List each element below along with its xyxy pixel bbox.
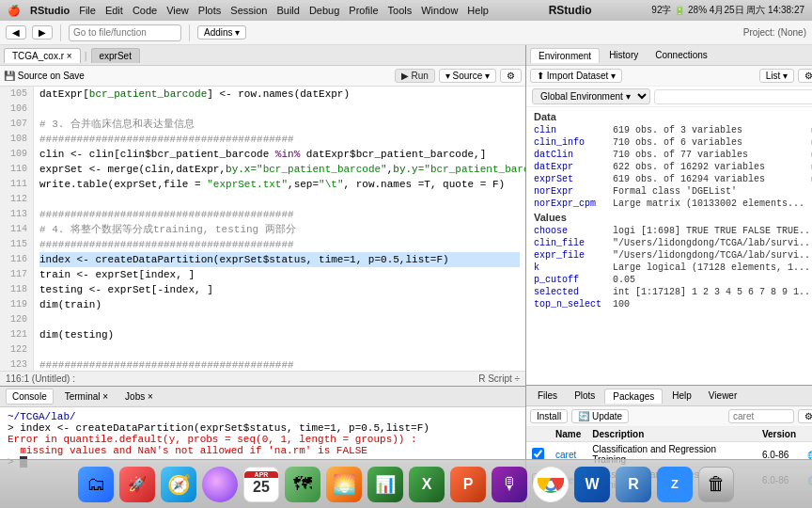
run-button[interactable]: ▶ Run bbox=[395, 69, 435, 83]
env-item-k[interactable]: k Large logical (17128 elements, 1... bbox=[530, 262, 812, 274]
env-item-norexpr-cpm[interactable]: norExpr_cpm Large matrix (10133002 eleme… bbox=[530, 198, 812, 210]
dock-safari-icon[interactable]: 🧭 bbox=[161, 467, 196, 502]
menu-help[interactable]: Help bbox=[467, 5, 489, 16]
code-line bbox=[39, 312, 520, 327]
files-tab-files[interactable]: Files bbox=[530, 389, 565, 403]
env-item-selected[interactable]: selected int [1:17128] 1 2 3 4 5 6 7 8 9… bbox=[530, 286, 812, 298]
dock-trash-icon[interactable]: 🗑 bbox=[698, 467, 734, 502]
dock-chrome-icon[interactable] bbox=[533, 467, 569, 502]
menu-view[interactable]: View bbox=[166, 5, 189, 16]
line-num: 106 bbox=[6, 102, 27, 117]
code-line: # 3. 合并临床信息和表达量信息 bbox=[39, 117, 520, 132]
list-view-button[interactable]: List ▾ bbox=[759, 69, 794, 83]
code-line: train <- exprSet[index, ] bbox=[39, 267, 520, 282]
line-num: 121 bbox=[6, 327, 27, 342]
update-button[interactable]: 🔄 Update bbox=[571, 409, 629, 423]
console-tab-jobs[interactable]: Jobs × bbox=[119, 389, 159, 404]
line-num: 120 bbox=[6, 312, 27, 327]
env-tab-environment[interactable]: Environment bbox=[530, 48, 600, 63]
menu-edit[interactable]: Edit bbox=[105, 5, 123, 16]
dock-excel-icon[interactable]: X bbox=[409, 467, 445, 502]
line-num: 116 bbox=[6, 252, 27, 267]
code-line: dim(testing) bbox=[39, 327, 520, 342]
dock-maps-icon[interactable]: 🗺 bbox=[285, 467, 320, 502]
menu-window[interactable]: Window bbox=[421, 5, 458, 16]
dock-zoom-icon[interactable]: Z bbox=[657, 467, 693, 502]
env-item-topnselect[interactable]: top_n_select 100 bbox=[530, 298, 812, 310]
goto-input[interactable] bbox=[69, 24, 181, 41]
dock-photos-icon[interactable]: 🌅 bbox=[326, 467, 362, 502]
env-tabs: Environment History Connections bbox=[526, 45, 812, 66]
editor-status: 116:1 (Untitled) : R Script ÷ bbox=[0, 371, 525, 386]
code-text[interactable]: datExpr[bcr_patient_barcode] <- row.name… bbox=[34, 87, 525, 371]
panes-container: TCGA_cox.r × | exprSet 💾 Source on Save … bbox=[0, 45, 812, 508]
code-lines: 105 106 107 108 109 110 111 112 113 114 … bbox=[0, 87, 525, 371]
code-line-highlighted: index <- createDataPartition(exprSet$sta… bbox=[39, 252, 520, 267]
addins-button[interactable]: Addins ▾ bbox=[197, 25, 246, 40]
install-button[interactable]: Install bbox=[530, 409, 568, 423]
menu-debug[interactable]: Debug bbox=[309, 5, 339, 16]
forward-button[interactable]: ▶ bbox=[32, 25, 53, 40]
apple-icon[interactable]: 🍎 bbox=[8, 5, 21, 17]
dock-podcast-icon[interactable]: 🎙 bbox=[492, 467, 527, 502]
env-item-clinfile[interactable]: clin_file "/Users/lidongdong/TCGA/lab/su… bbox=[530, 237, 812, 249]
dock-siri-icon[interactable] bbox=[202, 467, 238, 502]
menu-session[interactable]: Session bbox=[230, 5, 267, 16]
col-name: Name bbox=[550, 427, 586, 442]
values-section-header: Values bbox=[530, 210, 812, 225]
menu-code[interactable]: Code bbox=[133, 5, 157, 16]
line-numbers: 105 106 107 108 109 110 111 112 113 114 … bbox=[0, 87, 34, 371]
dock-launchpad-icon[interactable]: 🚀 bbox=[119, 467, 155, 502]
files-tab-viewer[interactable]: Viewer bbox=[701, 389, 744, 403]
env-item-norexpr[interactable]: norExpr Formal class 'DGEList' bbox=[530, 185, 812, 198]
files-tab-plots[interactable]: Plots bbox=[567, 389, 602, 403]
code-line: # 4. 将整个数据等分成training, testing 两部分 bbox=[39, 222, 520, 237]
dock-word-icon[interactable]: W bbox=[574, 467, 610, 502]
source-button[interactable]: ▾ Source ▾ bbox=[439, 69, 496, 83]
editor-options-button[interactable]: ⚙ bbox=[500, 69, 522, 83]
files-tab-help[interactable]: Help bbox=[664, 389, 699, 403]
env-item-clin-info[interactable]: clin_info 710 obs. of 6 variables ⊞ bbox=[530, 136, 812, 149]
packages-search-input[interactable] bbox=[728, 409, 794, 423]
files-tabs: Files Plots Packages Help Viewer bbox=[526, 386, 812, 406]
menu-file[interactable]: File bbox=[79, 5, 96, 16]
dock-finder-icon[interactable]: 🗂 bbox=[78, 467, 114, 502]
dock-rstudio-icon[interactable]: R bbox=[616, 467, 651, 502]
env-options-button[interactable]: ⚙ bbox=[798, 69, 812, 83]
dock-numbers-icon[interactable]: 📊 bbox=[367, 467, 403, 502]
env-item-choose[interactable]: choose logi [1:698] TRUE TRUE FALSE TRUE… bbox=[530, 225, 812, 237]
menu-build[interactable]: Build bbox=[276, 5, 299, 16]
files-tab-packages[interactable]: Packages bbox=[604, 389, 663, 404]
packages-toolbar: Install 🔄 Update ⚙ bbox=[526, 406, 812, 427]
console-tab-console[interactable]: Console bbox=[6, 389, 54, 405]
left-pane: TCGA_cox.r × | exprSet 💾 Source on Save … bbox=[0, 45, 526, 508]
env-item-pcutoff[interactable]: p_cutoff 0.05 bbox=[530, 274, 812, 286]
menu-plots[interactable]: Plots bbox=[198, 5, 221, 16]
env-item-datexpr[interactable]: datExpr 622 obs. of 16292 variables ⊞ bbox=[530, 161, 812, 173]
import-dataset-button[interactable]: ⬆ Import Dataset ▾ bbox=[530, 69, 622, 83]
dock-powerpoint-icon[interactable]: P bbox=[450, 467, 486, 502]
editor-tab-exprset[interactable]: exprSet bbox=[91, 48, 140, 63]
menu-tools[interactable]: Tools bbox=[388, 5, 413, 16]
editor-content[interactable]: 105 106 107 108 109 110 111 112 113 114 … bbox=[0, 87, 525, 371]
env-item-exprset[interactable]: exprSet 619 obs. of 16294 variables ⊞ bbox=[530, 173, 812, 185]
line-num: 123 bbox=[6, 357, 27, 371]
env-item-clin[interactable]: clin 619 obs. of 3 variables ⊞ bbox=[530, 124, 812, 136]
console-tab-terminal[interactable]: Terminal × bbox=[59, 389, 114, 404]
env-selector[interactable]: Global Environment ▾ bbox=[532, 88, 650, 104]
env-tab-history[interactable]: History bbox=[601, 48, 646, 62]
editor-tab-tcga[interactable]: TCGA_cox.r × bbox=[4, 48, 81, 63]
mac-bar-right: 92字 🔋 28% 4月25日 周六 14:38:27 bbox=[651, 4, 804, 17]
code-line: datExpr[bcr_patient_barcode] <- row.name… bbox=[39, 87, 520, 102]
menu-profile[interactable]: Profile bbox=[349, 5, 378, 16]
code-line: testing <- exprSet[-index, ] bbox=[39, 282, 520, 297]
back-button[interactable]: ◀ bbox=[6, 25, 26, 40]
env-search-input[interactable] bbox=[654, 89, 812, 104]
dock-calendar-icon[interactable]: APR25 bbox=[243, 467, 279, 502]
console-line-1: > index <- createDataPartition(exprSet$s… bbox=[8, 422, 518, 434]
env-item-exprfile[interactable]: expr_file "/Users/lidongdong/TCGA/lab/su… bbox=[530, 249, 812, 262]
code-line: ########################################… bbox=[39, 237, 520, 252]
packages-options-button[interactable]: ⚙ bbox=[798, 409, 812, 423]
env-item-datclin[interactable]: datClin 710 obs. of 77 variables ⊞ bbox=[530, 149, 812, 161]
env-tab-connections[interactable]: Connections bbox=[648, 48, 715, 62]
